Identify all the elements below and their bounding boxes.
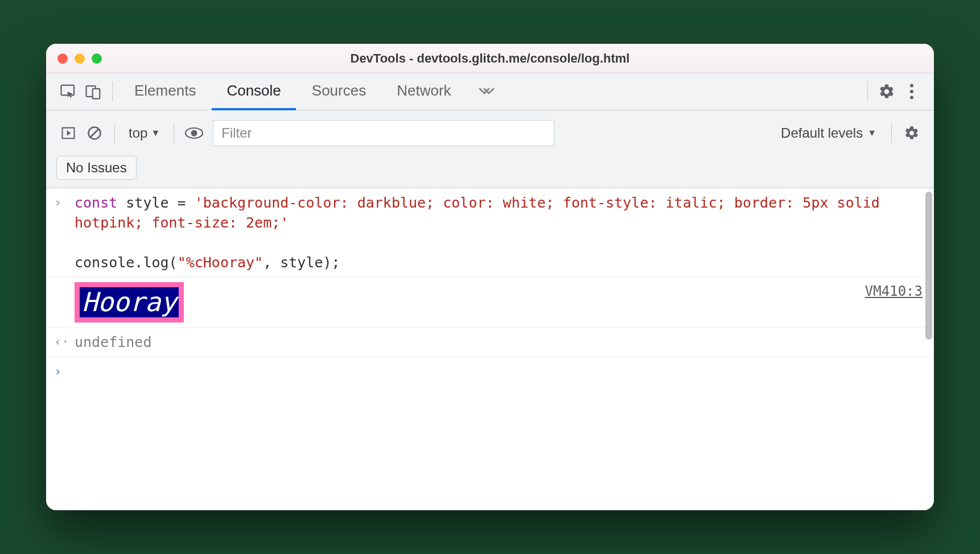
levels-label: Default levels [781, 125, 863, 141]
output-chevron-icon: ‹· [54, 332, 75, 352]
svg-point-5 [910, 96, 913, 99]
console-return-row: ‹· undefined [46, 328, 934, 357]
svg-point-4 [910, 90, 913, 93]
minimize-window-button[interactable] [75, 53, 85, 64]
return-value: undefined [75, 332, 923, 352]
divider [114, 123, 115, 143]
console-input-code: const style = 'background-color: darkblu… [75, 193, 923, 272]
maximize-window-button[interactable] [92, 53, 102, 64]
kebab-menu-icon[interactable] [900, 80, 924, 104]
titlebar: DevTools - devtools.glitch.me/console/lo… [46, 44, 934, 73]
console-input-row: › const style = 'background-color: darkb… [46, 188, 934, 278]
scrollbar[interactable] [925, 192, 932, 340]
live-expression-icon[interactable] [182, 121, 206, 145]
prompt-chevron-icon: › [54, 362, 75, 381]
more-tabs-icon[interactable] [467, 86, 505, 97]
console-prompt-row[interactable]: › [46, 357, 934, 385]
divider [867, 81, 868, 102]
tab-sources[interactable]: Sources [297, 73, 381, 110]
panel-tabbar: Elements Console Sources Network [46, 73, 934, 110]
execution-context-selector[interactable]: top ▼ [123, 125, 166, 141]
context-label: top [129, 125, 147, 141]
window-title: DevTools - devtools.glitch.me/console/lo… [46, 51, 934, 66]
clear-console-icon[interactable] [83, 121, 106, 145]
styled-log-output: Hooray [75, 282, 184, 323]
chevron-down-icon: ▼ [151, 128, 160, 138]
divider [891, 123, 892, 143]
svg-point-3 [910, 84, 913, 87]
svg-rect-2 [93, 89, 100, 99]
source-link[interactable]: VM410:3 [865, 282, 923, 323]
divider [112, 81, 113, 102]
tab-console[interactable]: Console [212, 73, 295, 110]
log-content: Hooray [75, 282, 854, 323]
chevron-down-icon: ▼ [867, 128, 876, 138]
console-toolbar: top ▼ Default levels ▼ [46, 110, 934, 188]
close-window-button[interactable] [57, 53, 68, 64]
filter-input[interactable] [213, 120, 554, 146]
input-chevron-icon: › [54, 193, 75, 272]
inspect-element-icon[interactable] [56, 80, 80, 104]
settings-icon[interactable] [875, 80, 899, 104]
toggle-sidebar-icon[interactable] [56, 121, 80, 145]
log-levels-selector[interactable]: Default levels ▼ [768, 125, 883, 141]
device-toolbar-icon[interactable] [81, 80, 105, 104]
divider [174, 123, 174, 143]
tab-network[interactable]: Network [382, 73, 466, 110]
devtools-window: DevTools - devtools.glitch.me/console/lo… [46, 44, 934, 510]
issues-button[interactable]: No Issues [56, 156, 137, 180]
traffic-lights [57, 53, 102, 64]
svg-line-8 [90, 129, 98, 137]
console-prompt-input[interactable] [75, 362, 923, 381]
gutter-spacer [54, 282, 75, 323]
console-output[interactable]: › const style = 'background-color: darkb… [46, 188, 934, 510]
console-log-row: Hooray VM410:3 [46, 278, 934, 328]
console-settings-icon[interactable] [900, 121, 924, 145]
svg-point-10 [191, 130, 197, 137]
tab-elements[interactable]: Elements [120, 73, 211, 110]
